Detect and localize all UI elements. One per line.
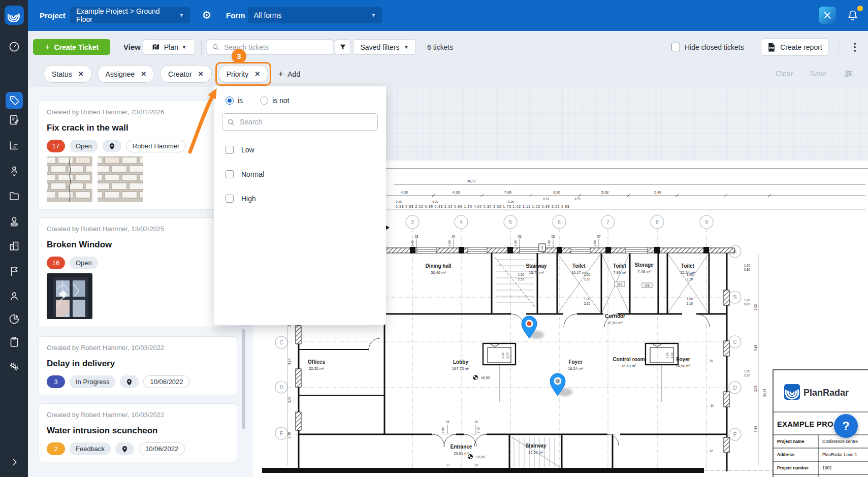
checkbox-icon[interactable]	[226, 170, 234, 178]
add-filter-button[interactable]: + Add	[275, 69, 303, 79]
sidebar-item-dashboard[interactable]	[0, 41, 28, 53]
status-badge: Open	[70, 257, 98, 269]
filter-funnel-button[interactable]	[335, 39, 350, 55]
svg-text:1,00: 1,00	[501, 353, 504, 359]
sidebar-collapse-chevron-icon[interactable]	[0, 458, 28, 467]
radio-unselected-icon[interactable]	[260, 97, 268, 105]
ticket-card[interactable]: Created by Robert Hammer, 10/03/2022 Wat…	[38, 403, 237, 462]
sidebar-item-forms[interactable]	[0, 114, 28, 126]
sidebar-item-tickets[interactable]	[6, 92, 23, 109]
project-selector[interactable]: Example Project > Ground Floor ▼	[70, 7, 190, 23]
save-filters-button[interactable]: Save	[810, 70, 826, 78]
svg-text:0,80: 0,80	[744, 302, 751, 306]
chevron-down-icon: ▼	[179, 13, 184, 18]
location-pin-badge[interactable]	[120, 375, 139, 388]
location-pin-badge[interactable]	[103, 140, 121, 152]
view-mode-plan-dropdown[interactable]: Plan ▼	[143, 39, 195, 55]
location-pin-badge[interactable]	[115, 442, 134, 455]
sidebar-item-projects[interactable]	[0, 240, 28, 252]
create-report-button[interactable]: PDF Create report	[761, 38, 828, 56]
svg-text:14,58 m²: 14,58 m²	[676, 364, 691, 368]
ticket-list-scrollbar[interactable]	[242, 329, 245, 429]
project-settings-gear-icon[interactable]: ⚙	[198, 7, 215, 24]
remove-filter-icon[interactable]: ✕	[254, 70, 260, 78]
ticket-photo-brick[interactable]	[98, 156, 143, 202]
remove-filter-icon[interactable]: ✕	[141, 70, 146, 78]
filter-chip-status[interactable]: Status ✕	[44, 65, 92, 83]
svg-text:2,02: 2,02	[754, 385, 757, 392]
help-button[interactable]: ?	[834, 414, 858, 438]
filter-chip-assignee[interactable]: Assignee ✕	[98, 65, 155, 83]
project-label: Project	[40, 0, 66, 31]
hide-closed-tickets-toggle[interactable]: Hide closed tickets	[671, 39, 744, 55]
more-options-kebab-icon[interactable]	[847, 39, 862, 55]
radio-selected-icon[interactable]	[226, 97, 234, 105]
filter-chips-row: Status ✕ Assignee ✕ Creator ✕ Priority ✕…	[28, 60, 868, 87]
svg-text:05B: 05B	[645, 284, 650, 287]
notifications-bell-icon[interactable]	[844, 7, 861, 24]
sidebar-item-site-staff[interactable]	[0, 165, 28, 177]
planradar-wordmark: PlanRadar	[803, 388, 849, 398]
priority-option-high[interactable]: High	[226, 186, 386, 211]
ticket-photo-brick-cracked[interactable]	[47, 156, 92, 202]
svg-text:10: 10	[709, 359, 713, 363]
priority-option-low[interactable]: Low	[226, 138, 386, 162]
saved-filters-dropdown[interactable]: Saved filters ▼	[353, 39, 416, 55]
checkbox-icon[interactable]	[226, 146, 234, 154]
filter-chip-creator[interactable]: Creator ✕	[160, 65, 212, 83]
remove-filter-icon[interactable]: ✕	[78, 70, 84, 78]
sidebar-item-reports[interactable]	[0, 313, 28, 325]
user-icon	[8, 290, 20, 302]
ticket-card[interactable]: Created by Robert Hammer, 23/01/2026 Fix…	[38, 101, 237, 210]
hide-closed-checkbox[interactable]	[671, 43, 680, 51]
radio-is-not[interactable]: is not	[260, 97, 289, 105]
checkbox-icon[interactable]	[226, 195, 234, 203]
sidebar-item-tasks[interactable]	[0, 336, 28, 348]
sidebar-item-approvals[interactable]	[0, 215, 28, 228]
project-selector-value: Example Project > Ground Floor	[76, 7, 172, 23]
svg-text:05: 05	[518, 235, 522, 238]
svg-text:23,61 m²: 23,61 m²	[454, 451, 469, 456]
svg-text:197,73 m²: 197,73 m²	[452, 366, 469, 371]
radio-is[interactable]: is	[226, 97, 243, 105]
due-date-badge: 10/06/2022	[139, 442, 185, 455]
priority-search-input[interactable]	[239, 117, 373, 126]
form-selector[interactable]: All forms ▼	[248, 7, 382, 23]
sidebar-item-documents[interactable]	[0, 190, 28, 202]
funnel-icon	[339, 43, 347, 51]
sidebar-item-flags[interactable]	[0, 265, 28, 277]
search-icon	[227, 118, 235, 126]
planradar-logo-icon[interactable]	[5, 6, 24, 25]
svg-text:2,10: 2,10	[687, 302, 693, 305]
svg-text:Toilet: Toilet	[572, 263, 586, 269]
svg-text:9: 9	[705, 219, 708, 225]
sidebar-item-users[interactable]	[0, 290, 28, 302]
sidebar-item-settings[interactable]	[0, 360, 28, 372]
apps-switcher-icon[interactable]	[819, 7, 836, 24]
svg-text:1,00: 1,00	[687, 297, 693, 301]
svg-text:4,30: 4,30	[401, 190, 408, 195]
ticket-card[interactable]: Created by Robert Hammer, 13/02/2025 Bro…	[38, 217, 237, 327]
svg-text:E: E	[280, 431, 283, 436]
filter-settings-sliders-icon[interactable]	[844, 69, 854, 79]
svg-text:Entrance: Entrance	[451, 444, 472, 450]
svg-text:2,48: 2,48	[654, 190, 662, 195]
ticket-meta: Created by Robert Hammer, 13/02/2025	[47, 225, 229, 233]
ticket-card[interactable]: Created by Robert Hammer, 10/03/2022 Del…	[38, 336, 237, 395]
remove-filter-icon[interactable]: ✕	[198, 70, 204, 78]
create-ticket-button[interactable]: + Create Ticket	[33, 39, 110, 55]
map-icon	[151, 43, 160, 52]
sidebar-item-statistics[interactable]	[0, 139, 28, 151]
gears-icon	[8, 360, 20, 372]
svg-text:Foyer: Foyer	[676, 357, 690, 362]
ticket-photo-broken-window[interactable]	[47, 273, 92, 319]
filter-chip-priority[interactable]: Priority ✕	[218, 65, 268, 83]
svg-text:3,84: 3,84	[754, 426, 757, 432]
create-ticket-label: Create Ticket	[54, 43, 99, 51]
svg-text:±0,00: ±0,00	[476, 455, 485, 459]
priority-option-normal[interactable]: Normal	[226, 162, 386, 186]
logo-swirl-icon	[8, 9, 21, 22]
svg-text:17: 17	[446, 463, 450, 467]
dashboard-icon	[8, 41, 20, 53]
clear-filters-button[interactable]: Clear	[776, 70, 793, 78]
